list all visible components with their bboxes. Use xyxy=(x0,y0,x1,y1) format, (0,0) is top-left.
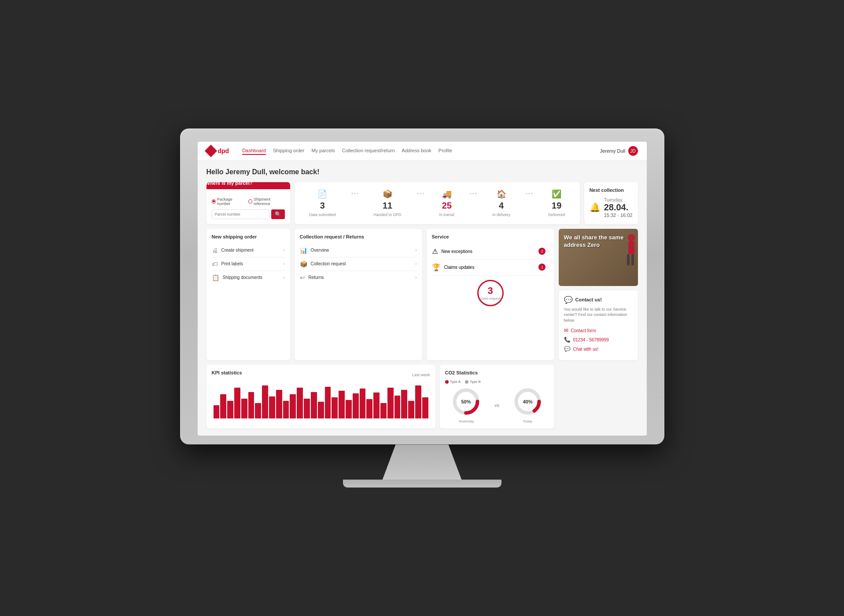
exceptions-label: New exceptions xyxy=(442,249,473,254)
data-submitted-icon: 📄 xyxy=(317,189,327,199)
svg-rect-2 xyxy=(627,254,630,265)
kpi-bar xyxy=(311,392,317,418)
nav-my-parcels[interactable]: My parcels xyxy=(312,147,335,155)
kpi-bar xyxy=(353,393,359,418)
print-labels-arrow: › xyxy=(283,261,284,266)
kpi-filter[interactable]: Last week xyxy=(412,373,430,377)
kpi-bar xyxy=(339,391,345,418)
new-shipping-title: New shipping order xyxy=(212,234,285,239)
contact-form-icon: ✉ xyxy=(564,327,568,334)
contact-chat-item[interactable]: 💬 Chat with us! xyxy=(564,346,633,352)
delivered-icon: ✅ xyxy=(552,189,561,199)
shipping-docs-label: Shipping documents xyxy=(223,275,263,280)
vs-text: vs xyxy=(494,403,499,408)
search-input[interactable] xyxy=(212,209,269,219)
in-transit-label: In transit xyxy=(439,213,455,217)
search-bar-title: Where is my parcel? xyxy=(206,182,290,189)
claims-updates-item[interactable]: 🏆 Claims updates 1 › xyxy=(432,260,549,275)
handed-num: 11 xyxy=(383,201,392,211)
kpi-bar xyxy=(346,400,352,418)
handed-label: Handed to DPD xyxy=(374,213,402,217)
kpi-bar xyxy=(360,389,366,418)
kpi-bar xyxy=(241,399,247,418)
co2-statistics-card: CO2 Statistics Type A Type B xyxy=(440,365,554,429)
claims-badge: 1 xyxy=(538,264,545,271)
in-delivery-icon: 🏠 xyxy=(497,189,506,199)
action-circle: 3 Action required xyxy=(477,280,504,306)
collection-request-title: Collection request / Returns xyxy=(300,234,417,239)
kpi-header: KPI statistics Last week xyxy=(212,370,430,380)
kpi-bar xyxy=(408,401,414,418)
nav-links: Dashboard Shipping order My parcels Coll… xyxy=(242,147,600,155)
in-delivery-label: In delivery xyxy=(492,213,510,217)
nav-profile[interactable]: Profile xyxy=(439,147,452,155)
search-button[interactable]: 🔍 xyxy=(271,209,285,219)
print-labels-left: 🏷 Print labels xyxy=(212,260,243,268)
nav-collection-request[interactable]: Collection request/return xyxy=(342,147,395,155)
shipping-docs-arrow: › xyxy=(283,275,284,280)
kpi-bar xyxy=(276,390,282,418)
nav-dashboard[interactable]: Dashboard xyxy=(242,147,266,155)
claims-arrow: › xyxy=(547,265,549,270)
radio-group: Package number Shipment reference xyxy=(212,197,285,206)
contact-phone-item[interactable]: 📞 01234 - 56789999 xyxy=(564,337,633,343)
shipping-docs-left: 📋 Shipping documents xyxy=(212,274,263,281)
print-labels-label: Print labels xyxy=(221,261,243,266)
new-exceptions-item[interactable]: ⚠ New exceptions 2 › xyxy=(432,244,549,260)
kpi-bar xyxy=(262,385,268,418)
search-card: Where is my parcel? Package number xyxy=(206,182,290,224)
contact-card: 💬 Contact us! You would like to talk to … xyxy=(559,290,638,361)
returns-arrow: › xyxy=(415,275,416,280)
co2-title: CO2 Statistics xyxy=(445,370,549,375)
collection-arrow: › xyxy=(415,261,416,266)
co2-yesterday: 50% Yesterday xyxy=(452,387,480,423)
donut-yesterday: 50% xyxy=(452,387,480,416)
collection-request-item[interactable]: 📦 Collection request › xyxy=(300,257,417,271)
kpi-bar xyxy=(269,396,275,418)
kpi-bar xyxy=(332,397,338,418)
kpi-bar xyxy=(422,397,428,418)
contact-header-icon: 💬 xyxy=(564,296,573,304)
action-num: 3 xyxy=(487,285,493,297)
in-transit-icon: 🚚 xyxy=(442,189,452,199)
returns-icon: ↩ xyxy=(300,274,305,281)
donut-today: 40% xyxy=(513,387,542,416)
kpi-bar xyxy=(220,394,226,418)
legend-type-a: Type A xyxy=(445,380,461,384)
claims-label: Claims updates xyxy=(444,265,475,270)
action-label: Action required xyxy=(479,297,502,301)
date-info: Tuesday, 28.04. 15:32 - 16:02 xyxy=(604,197,633,218)
claims-right: 1 › xyxy=(538,264,549,271)
logo: dpd xyxy=(206,147,229,155)
radio-shipment[interactable]: Shipment reference xyxy=(248,197,285,206)
overview-icon: 📊 xyxy=(300,247,307,254)
status-bar: 📄 3 Data submitted 📦 11 Handed to DPD xyxy=(295,182,580,224)
overview-item[interactable]: 📊 Overview › xyxy=(300,244,417,257)
shipping-docs-item[interactable]: 📋 Shipping documents › xyxy=(212,271,285,284)
print-labels-item[interactable]: 🏷 Print labels › xyxy=(212,257,285,271)
contact-desc: You would like to talk to our Service ce… xyxy=(564,307,633,323)
today-label: Today xyxy=(513,419,542,423)
user-avatar[interactable]: JD xyxy=(628,146,638,156)
contact-form-label: Contact form xyxy=(571,328,596,333)
contact-form-item[interactable]: ✉ Contact form xyxy=(564,327,633,334)
contact-chat-label: Chat with us! xyxy=(573,347,599,352)
kpi-bar xyxy=(394,396,401,418)
co2-legend: Type A Type B xyxy=(445,380,549,384)
radio-package[interactable]: Package number xyxy=(212,197,244,206)
nav-address-book[interactable]: Address book xyxy=(402,147,431,155)
create-shipment-icon: 🖨 xyxy=(212,247,218,254)
returns-item[interactable]: ↩ Returns › xyxy=(300,271,417,284)
spacer xyxy=(559,365,638,429)
right-column: We all share the same address Zero xyxy=(559,229,638,361)
search-input-row: 🔍 xyxy=(212,209,285,219)
exceptions-left: ⚠ New exceptions xyxy=(432,247,473,256)
legend-dot-a xyxy=(445,380,449,384)
kpi-bar xyxy=(227,401,233,418)
kpi-bar xyxy=(387,388,394,418)
svg-text:50%: 50% xyxy=(461,399,471,404)
kpi-bar xyxy=(380,403,387,418)
create-shipment-item[interactable]: 🖨 Create shipment › xyxy=(212,244,285,257)
data-submitted-num: 3 xyxy=(320,201,325,211)
nav-shipping-order[interactable]: Shipping order xyxy=(273,147,305,155)
